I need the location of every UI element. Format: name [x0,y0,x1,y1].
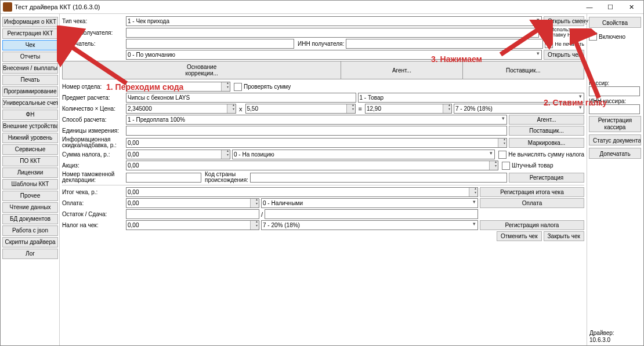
label-excise: Акциз: [62,162,126,169]
window-title: Тест драйвера ККТ (10.6.3.0) [15,3,578,10]
correction-basis-button[interactable]: Основание коррекции... [63,61,341,79]
label-check-type: Тип чека: [62,18,126,24]
cashier-label: Кассир: [589,80,642,86]
nav-check[interactable]: Чек [2,40,58,50]
label-discount: Информационная скидка/надбавка, р.: [62,137,126,148]
check-tax-nds-select[interactable] [261,220,478,230]
nav-scripts[interactable]: Скрипты драйвера [2,237,58,247]
marking-button[interactable]: Маркировка... [509,138,584,148]
label-recipient-addr: Адрес получателя: [62,30,126,36]
no-calc-tax-checkbox[interactable] [498,151,506,159]
check-type-select[interactable] [126,16,542,26]
item-type-select[interactable] [358,93,585,103]
sum-input[interactable] [365,104,452,114]
payment-input[interactable] [126,198,259,208]
driver-label: Драйвер: [589,330,614,337]
supplier-button-top[interactable]: Поставщик... [463,61,584,79]
nav-registration[interactable]: Регистрация ККТ [2,28,58,39]
piece-goods-label: Штучный товар [512,162,584,169]
reg-cashier-button[interactable]: Регистрация кассира [589,116,641,132]
use-nds18-label: Использовать ставку НДС18 [551,27,584,38]
slash: / [259,211,265,218]
nav-licenses[interactable]: Лицензии [2,167,58,178]
nav-programming[interactable]: Программирование [2,86,58,97]
check-sum-checkbox[interactable] [234,83,242,91]
reg-total-button[interactable]: Регистрация итога чека [480,187,584,197]
nav-templates[interactable]: Шаблоны ККТ [2,179,58,190]
label-qty-price: Количество × Цена: [62,105,126,112]
agent-button-top[interactable]: Агент... [341,61,462,79]
nav-service[interactable]: Сервисные [2,144,58,155]
open-shift-button[interactable]: Открыть смену [544,16,584,26]
piece-goods-checkbox[interactable] [502,162,510,170]
payment-button[interactable]: Оплата [480,198,584,208]
label-item: Предмет расчета: [62,94,126,101]
excise-input[interactable] [126,161,498,170]
agent-button[interactable]: Агент... [509,115,584,125]
payment-method-select[interactable] [126,115,507,125]
check-sum-label: Проверять сумму [244,83,291,90]
change-input-1[interactable] [126,209,259,219]
supplier-button[interactable]: Поставщик... [509,126,584,136]
cashier-inn-input[interactable] [589,104,640,114]
minimize-button[interactable]: — [580,2,599,12]
divider [62,185,584,185]
nav-po-kkt[interactable]: ПО ККТ [2,156,58,166]
nav-reports[interactable]: Отчеты [2,52,58,62]
doc-status-button[interactable]: Статус документа [589,134,641,145]
country-code-input[interactable] [250,173,507,183]
recipient-addr-input[interactable] [126,28,539,38]
label-units: Единицы измерения: [62,128,126,134]
units-input[interactable] [126,126,507,136]
nav-deposits[interactable]: Внесения / выплаты [2,63,58,74]
properties-button[interactable]: Свойства [589,17,641,28]
use-nds18-checkbox[interactable] [541,28,549,37]
nav-ext-devices[interactable]: Внешние устройства [2,121,58,132]
nav-other[interactable]: Прочее [2,191,58,201]
nav-json[interactable]: Работа с json [2,225,58,236]
check-tax-input[interactable] [126,220,259,230]
price-input[interactable] [245,104,356,114]
nav-low-level[interactable]: Нижний уровень [2,133,58,143]
cancel-check-button[interactable]: Отменить чек [497,231,542,241]
label-recipient: Получатель: [62,41,126,47]
right-panel: Свойства Включено Кассир: ИНН кассира: Р… [587,14,643,346]
close-check-button[interactable]: Закрыть чек [544,231,584,241]
dept-num-input[interactable] [126,82,230,92]
qty-input[interactable] [126,104,236,114]
enabled-checkbox[interactable] [589,32,597,41]
recipient-input[interactable] [126,39,294,49]
tax-position-select[interactable] [232,150,495,159]
default-select[interactable] [126,50,542,60]
discount-input[interactable] [126,138,507,148]
close-button[interactable]: ✕ [621,2,641,12]
nav-log[interactable]: Лог [2,249,58,259]
window-titlebar: Тест драйвера ККТ (10.6.3.0) — ☐ ✕ [1,1,643,14]
reg-tax-button[interactable]: Регистрация налога [480,220,584,230]
inn-recipient-input[interactable] [346,39,543,49]
nav-counters[interactable]: Универсальные счетчики [2,98,58,108]
nds-select[interactable] [454,104,584,114]
tax-sum-input[interactable] [126,150,230,159]
no-print-checkbox[interactable] [545,40,553,48]
open-check-button[interactable]: Открыть чек [544,50,584,60]
nav-read-data[interactable]: Чтение данных [2,202,58,213]
registration-button[interactable]: Регистрация [509,173,584,183]
cashier-input[interactable] [589,86,640,96]
nav-db-docs[interactable]: БД документов [2,214,58,224]
change-input-2[interactable] [265,209,478,219]
nav-fn[interactable]: ФН [2,110,58,120]
total-input[interactable] [126,187,478,197]
label-payment-method: Способ расчета: [62,116,126,123]
item-input[interactable] [126,93,356,103]
reprint-button[interactable]: Допечатать [589,148,641,159]
customs-decl-input[interactable] [126,173,201,183]
payment-type-select[interactable] [261,198,478,208]
label-tax-sum: Сумма налога, р.: [62,151,126,158]
driver-version: 10.6.3.0 [589,337,614,344]
label-country-code: Код страны происхождения: [205,172,250,183]
label-payment: Оплата: [62,200,126,206]
nav-info[interactable]: Информация о ККТ [2,17,58,27]
nav-print[interactable]: Печать [2,75,58,85]
maximize-button[interactable]: ☐ [600,2,620,12]
